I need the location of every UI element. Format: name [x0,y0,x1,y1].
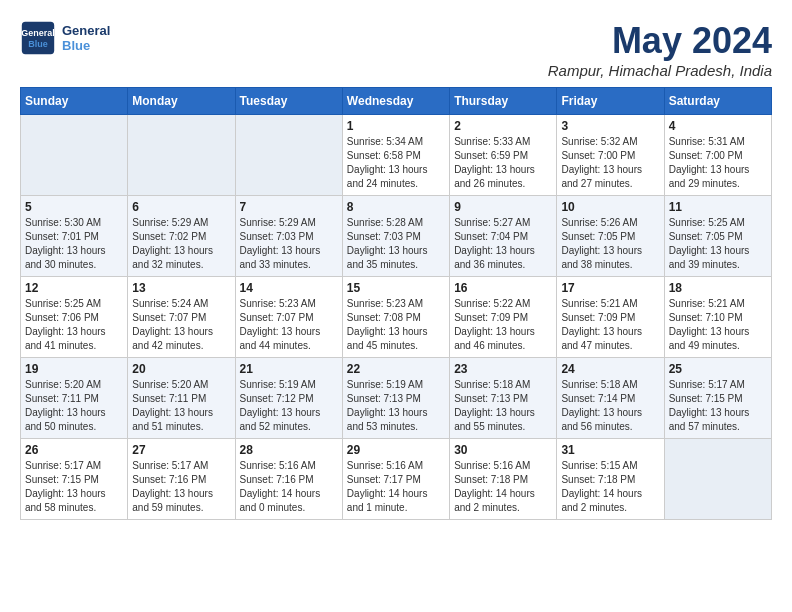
calendar-cell: 1Sunrise: 5:34 AM Sunset: 6:58 PM Daylig… [342,115,449,196]
day-info: Sunrise: 5:19 AM Sunset: 7:13 PM Dayligh… [347,378,445,434]
calendar-cell: 8Sunrise: 5:28 AM Sunset: 7:03 PM Daylig… [342,196,449,277]
day-info: Sunrise: 5:19 AM Sunset: 7:12 PM Dayligh… [240,378,338,434]
logo-text: GeneralBlue [62,23,110,53]
day-number: 8 [347,200,445,214]
day-info: Sunrise: 5:22 AM Sunset: 7:09 PM Dayligh… [454,297,552,353]
calendar-cell: 17Sunrise: 5:21 AM Sunset: 7:09 PM Dayli… [557,277,664,358]
calendar-cell: 6Sunrise: 5:29 AM Sunset: 7:02 PM Daylig… [128,196,235,277]
calendar-cell: 11Sunrise: 5:25 AM Sunset: 7:05 PM Dayli… [664,196,771,277]
location: Rampur, Himachal Pradesh, India [548,62,772,79]
calendar-cell: 24Sunrise: 5:18 AM Sunset: 7:14 PM Dayli… [557,358,664,439]
day-number: 5 [25,200,123,214]
day-number: 6 [132,200,230,214]
day-info: Sunrise: 5:30 AM Sunset: 7:01 PM Dayligh… [25,216,123,272]
calendar-cell: 7Sunrise: 5:29 AM Sunset: 7:03 PM Daylig… [235,196,342,277]
day-info: Sunrise: 5:27 AM Sunset: 7:04 PM Dayligh… [454,216,552,272]
week-row-4: 19Sunrise: 5:20 AM Sunset: 7:11 PM Dayli… [21,358,772,439]
day-number: 20 [132,362,230,376]
day-number: 13 [132,281,230,295]
day-info: Sunrise: 5:29 AM Sunset: 7:02 PM Dayligh… [132,216,230,272]
day-number: 9 [454,200,552,214]
header-day-wednesday: Wednesday [342,88,449,115]
calendar-cell [235,115,342,196]
calendar-cell: 14Sunrise: 5:23 AM Sunset: 7:07 PM Dayli… [235,277,342,358]
calendar-cell: 25Sunrise: 5:17 AM Sunset: 7:15 PM Dayli… [664,358,771,439]
month-title: May 2024 [548,20,772,62]
logo-icon: General Blue [20,20,56,56]
header-day-sunday: Sunday [21,88,128,115]
day-number: 23 [454,362,552,376]
calendar-cell: 5Sunrise: 5:30 AM Sunset: 7:01 PM Daylig… [21,196,128,277]
day-info: Sunrise: 5:25 AM Sunset: 7:06 PM Dayligh… [25,297,123,353]
day-number: 3 [561,119,659,133]
day-number: 22 [347,362,445,376]
day-number: 1 [347,119,445,133]
day-info: Sunrise: 5:15 AM Sunset: 7:18 PM Dayligh… [561,459,659,515]
calendar-cell: 18Sunrise: 5:21 AM Sunset: 7:10 PM Dayli… [664,277,771,358]
calendar-body: 1Sunrise: 5:34 AM Sunset: 6:58 PM Daylig… [21,115,772,520]
day-number: 11 [669,200,767,214]
day-info: Sunrise: 5:21 AM Sunset: 7:10 PM Dayligh… [669,297,767,353]
header-day-thursday: Thursday [450,88,557,115]
day-info: Sunrise: 5:31 AM Sunset: 7:00 PM Dayligh… [669,135,767,191]
day-number: 16 [454,281,552,295]
calendar-cell: 20Sunrise: 5:20 AM Sunset: 7:11 PM Dayli… [128,358,235,439]
calendar-cell: 16Sunrise: 5:22 AM Sunset: 7:09 PM Dayli… [450,277,557,358]
svg-text:General: General [21,28,55,38]
day-number: 14 [240,281,338,295]
calendar-cell: 3Sunrise: 5:32 AM Sunset: 7:00 PM Daylig… [557,115,664,196]
header-row: SundayMondayTuesdayWednesdayThursdayFrid… [21,88,772,115]
svg-text:Blue: Blue [28,39,48,49]
day-info: Sunrise: 5:32 AM Sunset: 7:00 PM Dayligh… [561,135,659,191]
header-day-tuesday: Tuesday [235,88,342,115]
calendar-cell: 10Sunrise: 5:26 AM Sunset: 7:05 PM Dayli… [557,196,664,277]
calendar-cell: 19Sunrise: 5:20 AM Sunset: 7:11 PM Dayli… [21,358,128,439]
calendar-cell: 28Sunrise: 5:16 AM Sunset: 7:16 PM Dayli… [235,439,342,520]
day-number: 19 [25,362,123,376]
day-number: 30 [454,443,552,457]
day-info: Sunrise: 5:24 AM Sunset: 7:07 PM Dayligh… [132,297,230,353]
day-info: Sunrise: 5:16 AM Sunset: 7:18 PM Dayligh… [454,459,552,515]
calendar-cell: 26Sunrise: 5:17 AM Sunset: 7:15 PM Dayli… [21,439,128,520]
calendar-cell: 12Sunrise: 5:25 AM Sunset: 7:06 PM Dayli… [21,277,128,358]
day-info: Sunrise: 5:18 AM Sunset: 7:14 PM Dayligh… [561,378,659,434]
day-number: 15 [347,281,445,295]
day-number: 10 [561,200,659,214]
day-number: 31 [561,443,659,457]
calendar-cell [21,115,128,196]
calendar-table: SundayMondayTuesdayWednesdayThursdayFrid… [20,87,772,520]
day-info: Sunrise: 5:21 AM Sunset: 7:09 PM Dayligh… [561,297,659,353]
day-info: Sunrise: 5:20 AM Sunset: 7:11 PM Dayligh… [132,378,230,434]
day-info: Sunrise: 5:28 AM Sunset: 7:03 PM Dayligh… [347,216,445,272]
day-info: Sunrise: 5:16 AM Sunset: 7:17 PM Dayligh… [347,459,445,515]
calendar-cell [128,115,235,196]
day-number: 18 [669,281,767,295]
day-info: Sunrise: 5:25 AM Sunset: 7:05 PM Dayligh… [669,216,767,272]
calendar-cell [664,439,771,520]
week-row-5: 26Sunrise: 5:17 AM Sunset: 7:15 PM Dayli… [21,439,772,520]
week-row-2: 5Sunrise: 5:30 AM Sunset: 7:01 PM Daylig… [21,196,772,277]
day-info: Sunrise: 5:17 AM Sunset: 7:16 PM Dayligh… [132,459,230,515]
day-number: 12 [25,281,123,295]
day-info: Sunrise: 5:29 AM Sunset: 7:03 PM Dayligh… [240,216,338,272]
header-day-saturday: Saturday [664,88,771,115]
day-info: Sunrise: 5:23 AM Sunset: 7:07 PM Dayligh… [240,297,338,353]
week-row-1: 1Sunrise: 5:34 AM Sunset: 6:58 PM Daylig… [21,115,772,196]
day-info: Sunrise: 5:16 AM Sunset: 7:16 PM Dayligh… [240,459,338,515]
calendar-cell: 31Sunrise: 5:15 AM Sunset: 7:18 PM Dayli… [557,439,664,520]
calendar-cell: 29Sunrise: 5:16 AM Sunset: 7:17 PM Dayli… [342,439,449,520]
calendar-cell: 23Sunrise: 5:18 AM Sunset: 7:13 PM Dayli… [450,358,557,439]
logo: General Blue GeneralBlue [20,20,110,56]
calendar-cell: 2Sunrise: 5:33 AM Sunset: 6:59 PM Daylig… [450,115,557,196]
day-number: 27 [132,443,230,457]
day-info: Sunrise: 5:34 AM Sunset: 6:58 PM Dayligh… [347,135,445,191]
day-number: 29 [347,443,445,457]
day-info: Sunrise: 5:17 AM Sunset: 7:15 PM Dayligh… [25,459,123,515]
day-number: 28 [240,443,338,457]
calendar-cell: 15Sunrise: 5:23 AM Sunset: 7:08 PM Dayli… [342,277,449,358]
day-number: 17 [561,281,659,295]
header-day-friday: Friday [557,88,664,115]
page-header: General Blue GeneralBlue May 2024 Rampur… [20,20,772,79]
calendar-cell: 4Sunrise: 5:31 AM Sunset: 7:00 PM Daylig… [664,115,771,196]
day-number: 24 [561,362,659,376]
